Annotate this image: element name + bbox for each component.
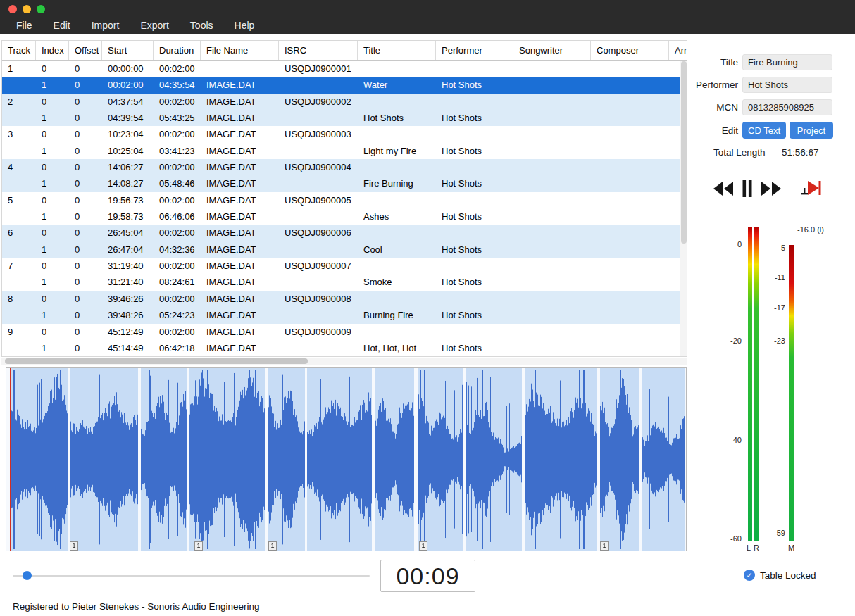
menu-file[interactable]: File bbox=[6, 17, 43, 34]
cell-offset: 0 bbox=[69, 324, 102, 340]
column-header-performer[interactable]: Performer bbox=[436, 41, 513, 60]
cell-offset: 0 bbox=[69, 225, 102, 241]
cell-performer bbox=[436, 159, 513, 175]
menu-export[interactable]: Export bbox=[130, 17, 179, 34]
close-window-button[interactable] bbox=[8, 5, 17, 13]
cell-index: 0 bbox=[36, 291, 69, 307]
title-input[interactable] bbox=[742, 54, 832, 70]
table-row[interactable]: 80039:46:2600:02:00IMAGE.DATUSQDJ0900008 bbox=[2, 291, 687, 307]
table-row[interactable]: 70031:19:4000:02:00IMAGE.DATUSQDJ0900007 bbox=[2, 258, 687, 274]
lr-scale-0: 0 bbox=[723, 240, 742, 249]
track-table: TrackIndexOffsetStartDurationFile NameIS… bbox=[1, 40, 687, 357]
horizontal-scrollbar-thumb[interactable] bbox=[5, 358, 308, 364]
level-meter-mono bbox=[789, 245, 794, 541]
column-header-composer[interactable]: Composer bbox=[591, 41, 669, 60]
cell-songwriter bbox=[513, 225, 591, 241]
cell-offset: 0 bbox=[69, 175, 102, 191]
table-row[interactable]: 50019:56:7300:02:00IMAGE.DATUSQDJ0900005 bbox=[2, 192, 687, 208]
cell-offset: 0 bbox=[69, 77, 102, 93]
menu-help[interactable]: Help bbox=[224, 17, 266, 34]
table-locked-indicator[interactable]: ✓ Table Locked bbox=[744, 570, 816, 581]
cell-isrc bbox=[279, 208, 358, 225]
table-row[interactable]: 90045:12:4900:02:00IMAGE.DATUSQDJ0900009 bbox=[2, 324, 687, 340]
mcn-input[interactable] bbox=[742, 99, 832, 115]
column-header-duration[interactable]: Duration bbox=[154, 41, 201, 60]
column-header-songwriter[interactable]: Songwriter bbox=[513, 41, 591, 60]
index-marker[interactable]: 1 bbox=[194, 541, 203, 551]
vertical-scrollbar-thumb[interactable] bbox=[681, 61, 687, 244]
cell-file: IMAGE.DAT bbox=[201, 175, 279, 191]
column-header-isrc[interactable]: ISRC bbox=[279, 41, 358, 60]
table-row[interactable]: 1045:14:4906:42:18IMAGE.DATHot, Hot, Hot… bbox=[2, 340, 687, 356]
cell-composer bbox=[591, 307, 669, 323]
table-row[interactable]: 1010:25:0403:41:23IMAGE.DATLight my Fire… bbox=[2, 143, 687, 159]
column-header-start[interactable]: Start bbox=[102, 41, 154, 60]
cell-duration: 05:24:23 bbox=[154, 307, 201, 323]
table-row[interactable]: 1004:39:5405:43:25IMAGE.DATHot ShotsHot … bbox=[2, 110, 687, 126]
index-marker[interactable]: 1 bbox=[419, 541, 427, 551]
column-header-offset[interactable]: Offset bbox=[69, 41, 102, 60]
index-marker[interactable]: 1 bbox=[600, 541, 609, 551]
cell-index: 0 bbox=[36, 94, 69, 110]
column-header-arr[interactable]: Arr bbox=[669, 41, 687, 60]
cell-composer bbox=[591, 94, 669, 110]
cell-songwriter bbox=[513, 324, 591, 340]
seek-slider-track[interactable] bbox=[13, 575, 370, 577]
table-row[interactable]: 10000:00:0000:02:00USQDJ0900001 bbox=[2, 61, 687, 77]
table-row[interactable]: 30010:23:0400:02:00IMAGE.DATUSQDJ0900003 bbox=[2, 126, 687, 142]
table-row[interactable]: 1014:08:2705:48:46IMAGE.DATFire BurningH… bbox=[2, 175, 687, 191]
cell-start: 39:48:26 bbox=[102, 307, 154, 323]
seek-slider-thumb[interactable] bbox=[23, 571, 32, 580]
cell-composer bbox=[591, 291, 669, 307]
meter-label-left: L bbox=[747, 543, 751, 552]
column-header-title[interactable]: Title bbox=[358, 41, 436, 60]
cell-performer bbox=[436, 192, 513, 208]
index-marker[interactable]: 1 bbox=[268, 541, 277, 551]
menu-import[interactable]: Import bbox=[81, 17, 130, 34]
lr-scale-40: -40 bbox=[723, 436, 742, 444]
performer-input[interactable] bbox=[742, 77, 832, 93]
cell-offset: 0 bbox=[69, 94, 102, 110]
column-header-track[interactable]: Track bbox=[2, 41, 36, 60]
index-marker[interactable]: 1 bbox=[70, 541, 78, 551]
registration-status: Registered to Pieter Stenekes - Sonoris … bbox=[13, 601, 259, 612]
cd-text-button[interactable]: CD Text bbox=[742, 122, 786, 139]
cell-start: 26:45:04 bbox=[102, 225, 154, 241]
table-row[interactable]: 20004:37:5400:02:00IMAGE.DATUSQDJ0900002 bbox=[2, 94, 687, 110]
cell-start: 00:02:00 bbox=[102, 77, 154, 93]
column-header-file-name[interactable]: File Name bbox=[201, 41, 279, 60]
cell-songwriter bbox=[513, 192, 591, 208]
vertical-scrollbar[interactable] bbox=[680, 61, 687, 356]
cell-duration: 00:02:00 bbox=[154, 61, 201, 77]
cell-composer bbox=[591, 208, 669, 225]
total-length-value: 51:56:67 bbox=[782, 147, 819, 158]
rewind-button[interactable] bbox=[713, 181, 734, 199]
table-row[interactable]: 60026:45:0400:02:00IMAGE.DATUSQDJ0900006 bbox=[2, 225, 687, 241]
zoom-window-button[interactable] bbox=[37, 5, 45, 13]
cell-performer bbox=[436, 258, 513, 274]
cell-index: 1 bbox=[36, 241, 69, 258]
horizontal-scrollbar[interactable] bbox=[1, 358, 687, 365]
table-row[interactable]: 40014:06:2700:02:00IMAGE.DATUSQDJ0900004 bbox=[2, 159, 687, 175]
fast-forward-button[interactable] bbox=[761, 181, 782, 199]
table-row[interactable]: 1039:48:2605:24:23IMAGE.DATBurning FireH… bbox=[2, 307, 687, 323]
cell-duration: 05:48:46 bbox=[154, 175, 201, 191]
menu-tools[interactable]: Tools bbox=[180, 17, 224, 34]
minimize-window-button[interactable] bbox=[23, 5, 31, 13]
table-row[interactable]: 1000:02:0004:35:54IMAGE.DATWaterHot Shot… bbox=[2, 77, 687, 93]
column-header-index[interactable]: Index bbox=[36, 41, 69, 60]
table-row[interactable]: 1026:47:0404:32:36IMAGE.DATCoolHot Shots bbox=[2, 241, 687, 258]
waveform-display[interactable]: 11111 bbox=[6, 367, 687, 551]
cell-isrc bbox=[279, 110, 358, 126]
cell-start: 10:23:04 bbox=[102, 126, 154, 142]
table-row[interactable]: 1019:58:7306:46:06IMAGE.DATAshesHot Shot… bbox=[2, 208, 687, 225]
table-row[interactable]: 1031:21:4008:24:61IMAGE.DATSmokeHot Shot… bbox=[2, 274, 687, 290]
project-button[interactable]: Project bbox=[790, 122, 833, 139]
cell-songwriter bbox=[513, 340, 591, 356]
cell-composer bbox=[591, 241, 669, 258]
pause-button[interactable] bbox=[742, 179, 753, 200]
play-to-end-button[interactable] bbox=[799, 179, 822, 200]
menu-edit[interactable]: Edit bbox=[43, 17, 81, 34]
cell-isrc bbox=[279, 274, 358, 290]
cell-songwriter bbox=[513, 274, 591, 290]
